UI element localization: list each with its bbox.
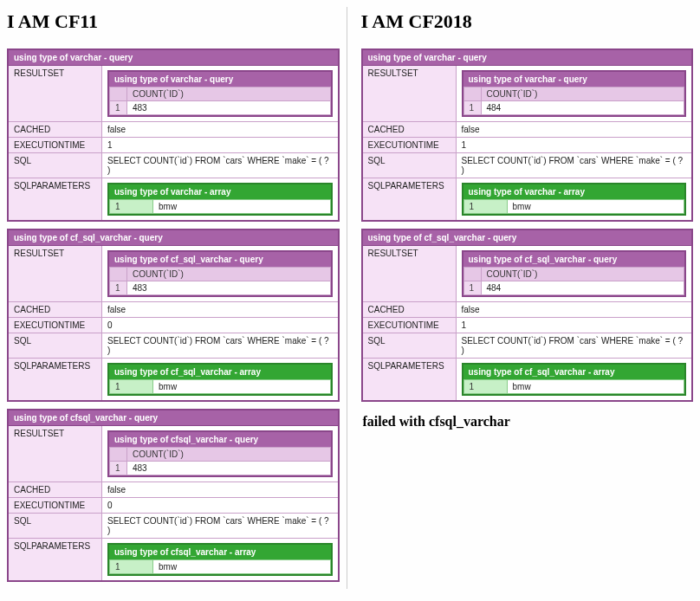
array-value: bmw <box>153 380 331 394</box>
inner-row-index: 1 <box>463 101 481 115</box>
resultset-cell: using type of cf_sql_varchar - query COU… <box>457 246 692 301</box>
inner-title: using type of cfsql_varchar - query <box>109 432 331 447</box>
label-resultset: RESULTSET <box>9 246 102 301</box>
array-index: 1 <box>463 200 507 214</box>
inner-title: using type of varchar - query <box>463 72 685 87</box>
array-index: 1 <box>110 380 153 394</box>
label-sql: SQL <box>363 333 457 358</box>
inner-row-index: 1 <box>110 462 127 475</box>
cached-value: false <box>457 122 692 137</box>
sql-value: SELECT COUNT(`id`) FROM `cars` WHERE `ma… <box>457 333 692 358</box>
cf11-heading: I AM CF11 <box>7 10 340 33</box>
sqlparams-array: using type of varchar - array 1 bmw <box>107 183 333 216</box>
inner-row-index: 1 <box>110 281 127 295</box>
array-title: using type of cf_sql_varchar - array <box>463 365 685 379</box>
inner-row-index: 1 <box>463 281 481 295</box>
label-exectime: EXECUTIONTIME <box>363 318 457 333</box>
query-dump: using type of cf_sql_varchar - query RES… <box>361 229 694 402</box>
label-sql: SQL <box>9 333 102 358</box>
inner-value: 484 <box>481 101 684 115</box>
label-sqlparams: SQLPARAMETERS <box>9 178 102 220</box>
exectime-value: 1 <box>457 138 692 152</box>
cf11-dumps: using type of varchar - query RESULTSET … <box>7 48 340 582</box>
array-value: bmw <box>153 560 331 574</box>
inner-blank <box>463 268 481 281</box>
array-index: 1 <box>110 560 153 574</box>
inner-blank <box>110 87 127 101</box>
label-sqlparams: SQLPARAMETERS <box>363 178 457 220</box>
array-value: bmw <box>153 200 331 214</box>
sql-value: SELECT COUNT(`id`) FROM `cars` WHERE `ma… <box>102 514 338 538</box>
inner-title: using type of varchar - query <box>109 72 331 87</box>
label-cached: CACHED <box>363 302 457 317</box>
inner-col-header: COUNT(`ID`) <box>127 448 331 462</box>
exectime-value: 0 <box>102 498 338 513</box>
resultset-cell: using type of cf_sql_varchar - query COU… <box>102 246 338 301</box>
sqlparams-cell: using type of varchar - array 1 bmw <box>457 178 692 220</box>
sqlparams-array: using type of cf_sql_varchar - array 1 b… <box>107 363 333 396</box>
inner-value: 483 <box>127 462 331 475</box>
query-dump: using type of cfsql_varchar - query RESU… <box>7 409 340 582</box>
inner-col-header: COUNT(`ID`) <box>481 87 684 101</box>
fail-message: failed with cfsql_varchar <box>363 414 694 430</box>
inner-blank <box>110 268 127 281</box>
cached-value: false <box>102 122 338 137</box>
inner-value: 484 <box>481 281 684 295</box>
inner-value: 483 <box>127 101 331 115</box>
cached-value: false <box>102 482 338 497</box>
label-exectime: EXECUTIONTIME <box>9 318 102 333</box>
array-index: 1 <box>463 380 507 394</box>
resultset-inner: using type of varchar - query COUNT(`ID`… <box>107 70 333 117</box>
dump-title: using type of varchar - query <box>9 50 338 66</box>
array-title: using type of varchar - array <box>109 184 331 199</box>
label-resultset: RESULTSET <box>363 246 457 301</box>
sqlparams-array: using type of cfsql_varchar - array 1 bm… <box>107 543 333 576</box>
query-dump: using type of cf_sql_varchar - query RES… <box>7 229 340 402</box>
array-value: bmw <box>507 200 684 214</box>
inner-col-header: COUNT(`ID`) <box>481 268 684 281</box>
label-cached: CACHED <box>9 122 102 137</box>
label-sql: SQL <box>9 514 102 538</box>
dump-title: using type of varchar - query <box>363 50 692 66</box>
dump-title: using type of cfsql_varchar - query <box>9 410 338 426</box>
label-resultset: RESULTSET <box>363 66 457 121</box>
cf2018-column: I AM CF2018 using type of varchar - quer… <box>361 7 694 589</box>
label-resultset: RESULTSET <box>9 66 102 121</box>
query-dump: using type of varchar - query RESULTSET … <box>361 48 694 222</box>
resultset-cell: using type of cfsql_varchar - query COUN… <box>102 426 338 481</box>
inner-col-header: COUNT(`ID`) <box>127 268 331 281</box>
sqlparams-cell: using type of cf_sql_varchar - array 1 b… <box>102 359 338 400</box>
resultset-inner: using type of cf_sql_varchar - query COU… <box>462 250 687 297</box>
inner-blank <box>110 448 127 462</box>
label-sqlparams: SQLPARAMETERS <box>9 359 102 400</box>
label-cached: CACHED <box>363 122 457 137</box>
sqlparams-cell: using type of varchar - array 1 bmw <box>102 178 338 220</box>
sqlparams-array: using type of cf_sql_varchar - array 1 b… <box>462 363 687 396</box>
resultset-inner: using type of cfsql_varchar - query COUN… <box>107 430 333 477</box>
exectime-value: 0 <box>102 318 338 333</box>
cf2018-dumps: using type of varchar - query RESULTSET … <box>361 48 694 402</box>
inner-col-header: COUNT(`ID`) <box>127 87 331 101</box>
label-exectime: EXECUTIONTIME <box>9 498 102 513</box>
array-title: using type of varchar - array <box>463 184 685 199</box>
label-cached: CACHED <box>9 302 102 317</box>
resultset-cell: using type of varchar - query COUNT(`ID`… <box>102 66 338 121</box>
sql-value: SELECT COUNT(`id`) FROM `cars` WHERE `ma… <box>457 153 692 178</box>
label-resultset: RESULTSET <box>9 426 102 481</box>
sql-value: SELECT COUNT(`id`) FROM `cars` WHERE `ma… <box>102 333 338 358</box>
inner-row-index: 1 <box>110 101 127 115</box>
label-exectime: EXECUTIONTIME <box>9 138 102 152</box>
inner-value: 483 <box>127 281 331 295</box>
inner-title: using type of cf_sql_varchar - query <box>109 252 331 267</box>
sqlparams-array: using type of varchar - array 1 bmw <box>462 183 687 216</box>
label-exectime: EXECUTIONTIME <box>363 138 457 152</box>
sql-value: SELECT COUNT(`id`) FROM `cars` WHERE `ma… <box>102 153 338 178</box>
resultset-inner: using type of varchar - query COUNT(`ID`… <box>462 70 687 117</box>
array-index: 1 <box>110 200 153 214</box>
array-title: using type of cfsql_varchar - array <box>109 545 331 559</box>
label-sql: SQL <box>9 153 102 178</box>
dump-title: using type of cf_sql_varchar - query <box>9 230 338 246</box>
exectime-value: 1 <box>457 318 692 333</box>
sqlparams-cell: using type of cfsql_varchar - array 1 bm… <box>102 539 338 580</box>
cf11-column: I AM CF11 using type of varchar - query … <box>7 7 347 589</box>
